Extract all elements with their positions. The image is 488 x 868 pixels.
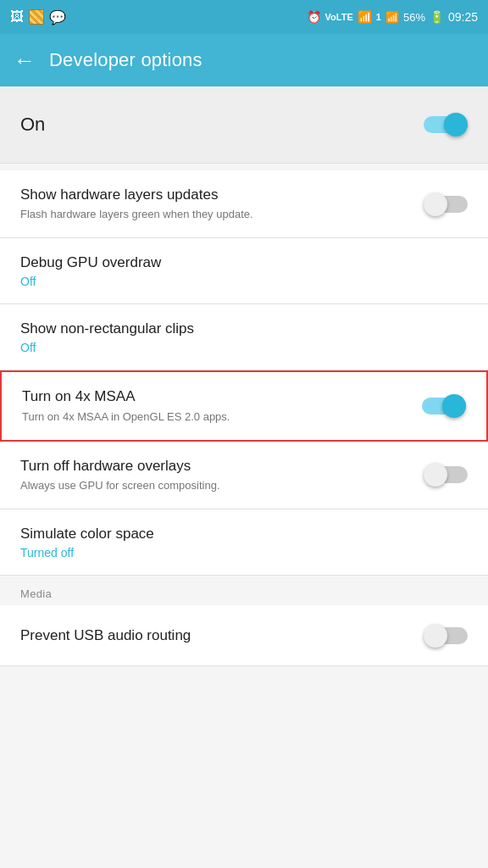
grid-icon [29, 9, 44, 25]
back-button[interactable]: ← [14, 47, 36, 74]
alarm-icon: ⏰ [307, 10, 321, 24]
setting-text: Simulate color space Turned off [20, 525, 468, 559]
master-toggle-row[interactable]: On [0, 86, 488, 164]
photo-icon: 🖼 [10, 9, 24, 25]
battery-icon: 🔋 [430, 10, 444, 24]
setting-value: Off [20, 341, 454, 354]
setting-value: Turned off [20, 546, 454, 559]
whatsapp-icon: 💬 [49, 9, 66, 25]
setting-subtitle: Flash hardware layers green when they up… [20, 207, 410, 222]
hardware-layers-toggle[interactable] [424, 192, 468, 216]
hardware-overlays-toggle[interactable] [424, 463, 468, 487]
setting-prevent-usb-audio[interactable]: Prevent USB audio routing [0, 605, 488, 666]
status-bar: 🖼 💬 ⏰ VoLTE 📶 1 📶 56% 🔋 09:25 [0, 0, 488, 34]
setting-turn-off-hardware-overlays[interactable]: Turn off hardware overlays Always use GP… [0, 442, 488, 509]
setting-simulate-color-space[interactable]: Simulate color space Turned off [0, 509, 488, 576]
setting-title: Simulate color space [20, 525, 454, 543]
setting-text: Turn on 4x MSAA Turn on 4x MSAA in OpenG… [22, 387, 422, 424]
time: 09:25 [448, 10, 478, 24]
setting-text: Prevent USB audio routing [20, 626, 424, 645]
toggle-thumb [444, 113, 468, 136]
setting-show-non-rectangular-clips[interactable]: Show non-rectangular clips Off [0, 304, 488, 370]
setting-subtitle: Turn on 4x MSAA in OpenGL ES 2.0 apps. [22, 409, 408, 425]
toggle-thumb [424, 192, 447, 216]
setting-title: Turn off hardware overlays [20, 457, 410, 476]
status-bar-left: 🖼 💬 [10, 9, 66, 25]
master-toggle-label: On [20, 114, 45, 136]
setting-title: Turn on 4x MSAA [22, 387, 408, 406]
setting-debug-gpu-overdraw[interactable]: Debug GPU overdraw Off [0, 238, 488, 304]
master-toggle-switch[interactable] [424, 113, 468, 136]
status-bar-right: ⏰ VoLTE 📶 1 📶 56% 🔋 09:25 [307, 10, 478, 24]
section-header-media: Media [0, 576, 488, 605]
settings-list: Show hardware layers updates Flash hardw… [0, 170, 488, 576]
section-header-label: Media [20, 587, 52, 600]
setting-show-hardware-layers[interactable]: Show hardware layers updates Flash hardw… [0, 170, 488, 238]
setting-title: Show non-rectangular clips [20, 320, 454, 338]
page-title: Developer options [49, 49, 202, 71]
toggle-thumb [424, 463, 447, 487]
setting-text: Debug GPU overdraw Off [20, 253, 468, 288]
app-bar: ← Developer options [0, 34, 488, 86]
signal-icon: 📶 [385, 11, 399, 24]
usb-audio-toggle[interactable] [424, 624, 468, 648]
setting-turn-on-4x-msaa[interactable]: Turn on 4x MSAA Turn on 4x MSAA in OpenG… [0, 370, 488, 441]
setting-subtitle: Always use GPU for screen compositing. [20, 478, 410, 493]
setting-title: Debug GPU overdraw [20, 253, 454, 272]
sim-icon: 1 [376, 12, 381, 22]
setting-text: Turn off hardware overlays Always use GP… [20, 457, 424, 493]
setting-text: Show non-rectangular clips Off [20, 320, 468, 354]
lte-icon: VoLTE [325, 12, 353, 22]
media-settings-list: Prevent USB audio routing [0, 605, 488, 666]
setting-title: Prevent USB audio routing [20, 626, 410, 645]
setting-text: Show hardware layers updates Flash hardw… [20, 186, 424, 222]
wifi-icon: 📶 [358, 10, 372, 24]
setting-value: Off [20, 275, 454, 288]
toggle-thumb [424, 624, 447, 648]
battery-percent: 56% [403, 11, 425, 24]
toggle-thumb [442, 394, 466, 418]
setting-title: Show hardware layers updates [20, 186, 410, 204]
msaa-toggle[interactable] [422, 394, 466, 418]
divider [0, 164, 488, 170]
